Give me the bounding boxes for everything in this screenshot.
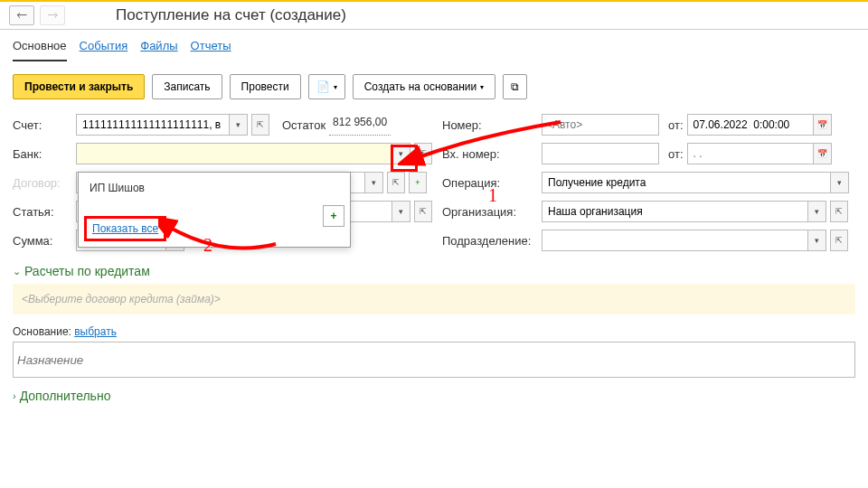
credits-section-toggle[interactable]: ⌄ Расчеты по кредитам [13, 264, 855, 278]
in-number-label: Вх. номер: [442, 147, 542, 161]
article-label: Статья: [13, 205, 76, 219]
from-label-2: от: [668, 147, 684, 161]
purpose-input[interactable] [13, 342, 855, 378]
division-label: Подразделение: [442, 234, 542, 248]
structure-button[interactable]: ⧉ [503, 74, 527, 99]
dropdown-item[interactable]: ИП Шишов [84, 178, 344, 198]
balance-value: 812 956,00 [329, 114, 391, 136]
article-dropdown[interactable]: ▾ [392, 202, 410, 221]
tab-reports[interactable]: Отчеты [191, 39, 231, 61]
chevron-right-icon: › [13, 390, 16, 401]
contract-open-button[interactable]: ⇱ [387, 172, 405, 193]
tab-main[interactable]: Основное [13, 39, 67, 61]
org-dropdown[interactable]: ▾ [807, 202, 826, 221]
credit-placeholder[interactable]: <Выберите договор кредита (займа)> [13, 284, 855, 314]
dropdown-add-button[interactable]: + [323, 205, 344, 227]
date2-picker-button[interactable]: 📅 [813, 144, 831, 164]
from-label-1: от: [668, 118, 684, 132]
division-input[interactable] [542, 230, 807, 250]
contract-label: Договор: [13, 176, 76, 190]
basis-choose-link[interactable]: выбрать [74, 325, 117, 338]
account-dropdown[interactable]: ▾ [229, 115, 247, 135]
account-label: Счет: [13, 118, 76, 132]
extra-section-toggle[interactable]: › Дополнительно [13, 389, 855, 403]
contract-dropdown[interactable]: ▾ [364, 173, 382, 192]
post-button[interactable]: Провести [230, 74, 301, 99]
create-based-button[interactable]: Создать на основании ▾ [353, 74, 496, 99]
page-title: Поступление на счет (создание) [116, 6, 346, 24]
org-input[interactable] [542, 202, 807, 221]
number-input[interactable] [542, 114, 659, 136]
forward-button[interactable]: 🡒 [40, 5, 65, 25]
operation-dropdown[interactable]: ▾ [830, 173, 848, 192]
tab-files[interactable]: Файлы [140, 39, 177, 61]
balance-label: Остаток [282, 118, 326, 132]
division-open-button[interactable]: ⇱ [830, 230, 848, 251]
contract-add-button[interactable]: + [409, 172, 427, 193]
number-label: Номер: [442, 118, 542, 132]
post-and-close-button[interactable]: Провести и закрыть [13, 74, 145, 99]
bank-open-button[interactable]: ⇱ [414, 143, 432, 164]
save-button[interactable]: Записать [152, 74, 222, 99]
tab-events[interactable]: События [80, 39, 128, 61]
bank-input[interactable] [77, 144, 392, 164]
basis-label: Основание: [13, 325, 71, 338]
account-open-button[interactable]: ⇱ [251, 114, 269, 136]
date2-input[interactable] [688, 144, 813, 164]
org-open-button[interactable]: ⇱ [830, 201, 848, 222]
operation-label: Операция: [442, 176, 542, 190]
back-button[interactable]: 🡐 [9, 5, 34, 25]
toolbar: Провести и закрыть Записать Провести 📄▾ … [0, 61, 868, 107]
sum-label: Сумма: [13, 234, 76, 248]
org-label: Организация: [442, 205, 542, 219]
bank-dropdown-popup: + ИП Шишов Показать все [78, 172, 351, 248]
operation-input[interactable] [542, 173, 830, 192]
in-number-input[interactable] [542, 143, 659, 164]
tabs: Основное События Файлы Отчеты [0, 30, 868, 61]
date-input[interactable] [688, 115, 813, 135]
dropdown-show-all[interactable]: Показать все [84, 216, 166, 241]
division-dropdown[interactable]: ▾ [807, 230, 826, 250]
bank-label: Банк: [13, 147, 76, 161]
chevron-down-icon: ⌄ [13, 266, 21, 277]
bank-dropdown[interactable]: ▾ [392, 144, 410, 164]
report-button[interactable]: 📄▾ [308, 74, 345, 99]
date-picker-button[interactable]: 📅 [813, 115, 831, 135]
article-open-button[interactable]: ⇱ [414, 201, 432, 222]
account-input[interactable] [77, 115, 229, 135]
